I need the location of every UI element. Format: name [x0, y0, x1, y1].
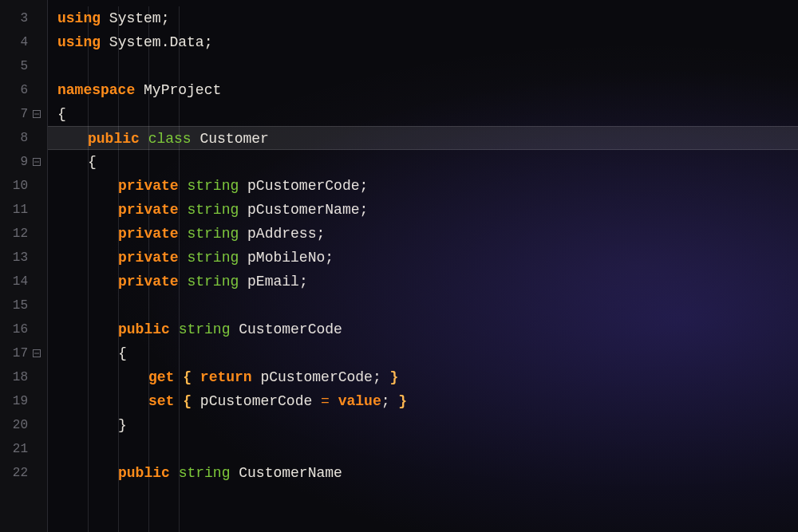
token-kw-orange: public	[88, 131, 140, 147]
gutter-row: 7	[0, 102, 47, 126]
space	[192, 393, 200, 409]
line-number: 22	[0, 466, 28, 480]
code-line[interactable]: private string pCustomerCode;	[48, 174, 798, 198]
space	[170, 465, 179, 481]
code-line[interactable]: public string CustomerCode	[48, 317, 798, 341]
gutter-row: 13	[0, 246, 47, 270]
space	[135, 82, 144, 98]
line-number: 9	[0, 155, 28, 169]
token-kw-green: string	[187, 226, 239, 242]
token-kw-orange: private	[118, 178, 179, 194]
code-line[interactable]	[48, 54, 798, 78]
code-line[interactable]: }	[48, 413, 798, 437]
code-line[interactable]: private string pEmail;	[48, 270, 798, 294]
gutter-row: 6	[0, 78, 47, 102]
fold-spacer	[31, 61, 42, 72]
space	[390, 393, 399, 409]
space	[179, 202, 188, 218]
fold-spacer	[31, 467, 42, 479]
code-line[interactable]: {	[48, 102, 798, 126]
code-line[interactable]: get { return pCustomerCode; }	[48, 365, 798, 389]
code-line[interactable]: namespace MyProject	[48, 78, 798, 102]
fold-toggle-icon[interactable]	[31, 348, 42, 359]
token-kw-green: string	[187, 274, 239, 290]
space	[230, 465, 239, 481]
token-ident: Customer	[200, 131, 268, 147]
gutter-row: 9	[0, 150, 47, 174]
token-punct: {	[88, 154, 97, 170]
line-number: 19	[0, 394, 28, 408]
token-punct: ;	[299, 274, 308, 290]
token-kw-orange: using	[57, 10, 101, 26]
code-line[interactable]: set { pCustomerCode = value; }	[48, 389, 798, 413]
token-punct: ;	[325, 250, 334, 266]
token-kw-orange: private	[118, 250, 179, 266]
fold-spacer	[31, 204, 42, 215]
gutter-row: 11	[0, 198, 47, 222]
space	[239, 178, 247, 194]
token-ident: CustomerName	[239, 465, 342, 481]
space	[330, 393, 338, 409]
token-punct: {	[118, 345, 127, 361]
token-brace: {	[183, 393, 192, 409]
gutter-row: 19	[0, 389, 47, 413]
space	[192, 131, 200, 147]
space	[101, 10, 109, 26]
fold-spacer	[31, 324, 42, 335]
line-number: 8	[0, 131, 28, 145]
code-line[interactable]: private string pMobileNo;	[48, 246, 798, 270]
token-ident: CustomerCode	[239, 321, 342, 337]
code-line[interactable]: {	[48, 341, 798, 365]
token-ident: pMobileNo	[247, 250, 325, 266]
gutter-row: 17	[0, 341, 47, 365]
fold-spacer	[31, 396, 42, 407]
code-line[interactable]: using System.Data;	[48, 30, 798, 54]
space	[192, 369, 200, 385]
fold-spacer	[31, 180, 42, 191]
token-punct: ;	[373, 369, 381, 385]
fold-spacer	[31, 252, 42, 263]
fold-spacer	[31, 228, 42, 239]
space	[179, 274, 188, 290]
fold-toggle-icon[interactable]	[31, 108, 42, 120]
code-editor[interactable]: 345678910111213141516171819202122 using …	[0, 0, 798, 532]
code-line[interactable]: private string pCustomerName;	[48, 198, 798, 222]
line-number: 20	[0, 418, 28, 432]
token-kw-orange: private	[118, 226, 179, 242]
fold-spacer	[31, 132, 42, 144]
token-punct: ;	[204, 34, 213, 50]
fold-spacer	[31, 443, 42, 455]
token-kw-orange: public	[118, 465, 170, 481]
token-ident: pEmail	[247, 274, 299, 290]
fold-spacer	[31, 300, 42, 311]
gutter-row: 20	[0, 413, 47, 437]
code-line[interactable]: public class Customer	[48, 126, 798, 150]
token-punct: ;	[360, 178, 369, 194]
code-line[interactable]: public string CustomerName	[48, 461, 798, 485]
space	[174, 369, 183, 385]
token-ident: pCustomerCode	[247, 178, 359, 194]
token-kw-orange: value	[338, 393, 381, 409]
space	[179, 226, 188, 242]
token-punct: ;	[316, 226, 325, 242]
gutter-row: 15	[0, 294, 47, 317]
line-number: 6	[0, 83, 28, 97]
fold-toggle-icon[interactable]	[31, 156, 42, 167]
line-number: 7	[0, 107, 28, 121]
space	[170, 321, 179, 337]
code-line[interactable]	[48, 294, 798, 317]
line-number: 21	[0, 442, 28, 456]
token-punct: {	[57, 106, 66, 122]
code-line[interactable]	[48, 437, 798, 461]
token-kw-orange: get	[148, 369, 174, 385]
code-line[interactable]: private string pAddress;	[48, 222, 798, 246]
code-area[interactable]: using System;using System.Data;namespace…	[48, 0, 798, 532]
token-kw-green: class	[148, 131, 192, 147]
fold-spacer	[31, 276, 42, 287]
code-line[interactable]: {	[48, 150, 798, 174]
fold-spacer	[31, 13, 42, 24]
code-line[interactable]: using System;	[48, 6, 798, 30]
token-kw-green: string	[187, 178, 239, 194]
space	[239, 274, 247, 290]
gutter-row: 8	[0, 126, 47, 150]
